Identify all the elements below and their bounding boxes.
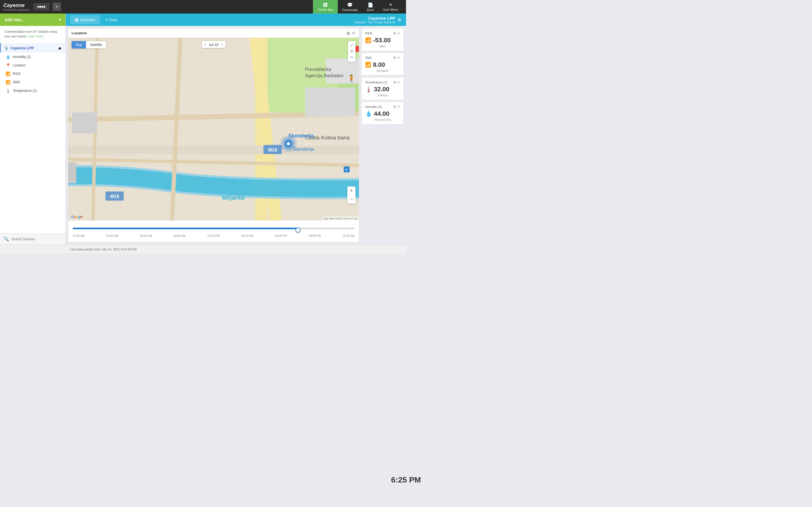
svg-rect-34 [355, 46, 359, 52]
widget-temperature-gear-button[interactable]: ⚙ [397, 80, 400, 84]
widget-rssi-gear-button[interactable]: ⚙ [397, 31, 400, 35]
pegman-icon[interactable]: 🧍 [347, 74, 356, 82]
widget-snr-gear-button[interactable]: ⚙ [397, 56, 400, 59]
widget-snr-value-row: 📶 8.00 [365, 61, 400, 68]
device-settings-button[interactable]: ⚙ [398, 17, 402, 22]
date-next-button[interactable]: › [221, 42, 223, 47]
community-button[interactable]: 💬 Community [338, 0, 363, 13]
sidebar-item-snr[interactable]: 📶 SNR [0, 78, 65, 87]
timeline-track [73, 228, 354, 229]
svg-rect-20 [68, 163, 77, 183]
location-icon: 📍 [6, 63, 10, 68]
rssi-label: RSSI [13, 72, 20, 76]
create-app-icon [323, 2, 328, 7]
create-app-button[interactable]: Create App [313, 0, 338, 13]
logo: Cayenne Powered by myDevices [3, 3, 30, 11]
map-svg: M18 M18 [68, 38, 359, 221]
panel-gear-button[interactable]: ⚙ [352, 31, 356, 35]
timeline-slider[interactable] [73, 228, 354, 233]
user-menu-label: User Menu [383, 8, 398, 11]
panel-chart-button[interactable]: ▦ [347, 31, 350, 35]
humidity-icon: 💧 [6, 55, 10, 59]
widget-snr-header: SNR ▦ ⚙ [365, 56, 400, 59]
status-text: Last data packet sent: July 15, 2021 6:2… [4, 247, 137, 251]
widget-rssi-header: RSSI ▦ ⚙ [365, 31, 400, 35]
search-devices-input[interactable] [11, 237, 62, 241]
widget-rssi-value-row: 📶 -53.00 [365, 37, 400, 44]
sidebar-bottom: 🔍 [0, 233, 65, 244]
zoom-out-button[interactable]: − [347, 195, 356, 204]
sidebar-item-rssi[interactable]: 📶 RSSI [0, 69, 65, 78]
community-label: Community [342, 8, 358, 11]
svg-text:P: P [345, 168, 348, 172]
map-fullscreen-button[interactable]: ⤢ [349, 42, 354, 48]
widget-snr-chart-button[interactable]: ▦ [393, 56, 396, 59]
widget-humidity-gear-button[interactable]: ⚙ [397, 105, 400, 108]
date-label: Jul 15 [209, 43, 218, 47]
widget-rssi-chart-button[interactable]: ▦ [393, 31, 396, 35]
user-menu-button[interactable]: ≡ User Menu [378, 0, 403, 13]
widget-humidity-chart-button[interactable]: ▦ [393, 105, 396, 108]
create-app-label: Create App [317, 8, 333, 11]
snr-value: 8.00 [373, 61, 385, 68]
top-nav: Cayenne Powered by myDevices ■■■■ + Crea… [0, 0, 406, 13]
date-prev-button[interactable]: ‹ [204, 42, 206, 47]
content-area: ▦ Overview ≡ Data Cayenne LPP Network: T… [66, 13, 406, 244]
time-display-container: 6:25 PM [68, 221, 359, 223]
collapse-icon: ▲ [57, 45, 62, 50]
temperature-thermo-icon: 🌡️ [365, 86, 372, 93]
sidebar-item-humidity[interactable]: 💧 Humidity (2) [0, 53, 65, 61]
rssi-value: -53.00 [373, 37, 391, 44]
nav-add-button[interactable]: + [53, 3, 61, 11]
panels-row: Location ▦ ⚙ [66, 26, 406, 244]
sidebar-sensor-list: 💧 Humidity (2) 📍 Location 📶 RSSI 📶 SNR 🌡… [0, 53, 65, 95]
temperature-unit: Celsius [365, 94, 400, 97]
widget-temperature-value-row: 🌡️ 32.00 [365, 86, 400, 93]
svg-rect-2 [323, 5, 325, 7]
nav-tab[interactable]: ■■■■ [33, 3, 49, 10]
svg-rect-21 [305, 88, 355, 117]
widget-snr-title: SNR [365, 56, 371, 59]
humidity-label: Humidity (2) [13, 55, 31, 59]
add-new-button[interactable]: Add new... ▾ [0, 13, 65, 26]
zoom-in-button[interactable]: + [347, 186, 356, 195]
sidebar-item-location[interactable]: 📍 Location [0, 61, 65, 69]
temperature-icon: 🌡️ [6, 89, 10, 93]
map-circle-button[interactable]: ⊙ [349, 48, 354, 54]
data-tab-icon: ≡ [105, 17, 108, 22]
widget-snr-controls: ▦ ⚙ [393, 56, 400, 59]
right-panels: RSSI ▦ ⚙ 📶 -53.00 dBm SNR [361, 28, 404, 242]
widget-humidity-value-row: 💧 44.00 [365, 110, 400, 117]
timeline-label-6: 06:00 PM [275, 234, 287, 237]
svg-text:Prevodilačka: Prevodilačka [305, 67, 332, 72]
panel-header: Location ▦ ⚙ [68, 29, 359, 38]
timeline-thumb[interactable] [296, 228, 301, 233]
timeline-label-1: 03:00 AM [106, 234, 118, 237]
map-toggle-map[interactable]: Map [71, 41, 86, 48]
panel-title: Location [71, 31, 87, 35]
map-toggle-satellite[interactable]: Satellite [86, 41, 106, 48]
date-nav: ‹ Jul 15 › [202, 41, 225, 48]
timeline-label-7: 09:00 PM [309, 234, 321, 237]
snr-unit: Decibels [365, 69, 400, 72]
map-wave-button[interactable]: 〜 [349, 54, 354, 61]
main-layout: Add new... ▾ Commercialize your IoT solu… [0, 13, 406, 244]
rssi-bars-icon: 📶 [365, 37, 371, 43]
docs-button[interactable]: 📄 Docs [362, 0, 378, 13]
widget-humidity-header: Humidity (2) ▦ ⚙ [365, 105, 400, 108]
widget-rssi-controls: ▦ ⚙ [393, 31, 400, 35]
map-zoom-controls: + − [347, 186, 356, 204]
promo-link[interactable]: Learn more [28, 35, 43, 38]
sidebar-item-temperature[interactable]: 🌡️ Temperature (1) [0, 87, 65, 95]
widget-temperature-chart-button[interactable]: ▦ [393, 80, 396, 84]
tab-overview[interactable]: ▦ Overview [70, 15, 100, 24]
nav-right: Create App 💬 Community 📄 Docs ≡ User Men… [313, 0, 403, 13]
tab-data[interactable]: ≡ Data [101, 15, 122, 24]
svg-rect-0 [323, 3, 325, 4]
widget-temperature-controls: ▦ ⚙ [393, 80, 400, 84]
svg-text:M18: M18 [268, 147, 277, 152]
timeline-label-8: 12:00 AM [343, 234, 354, 237]
svg-text:Skenderija: Skenderija [293, 147, 315, 152]
sidebar-device-header[interactable]: 📡 Cayenne LPP ▲ [0, 43, 65, 53]
svg-rect-19 [72, 113, 97, 133]
